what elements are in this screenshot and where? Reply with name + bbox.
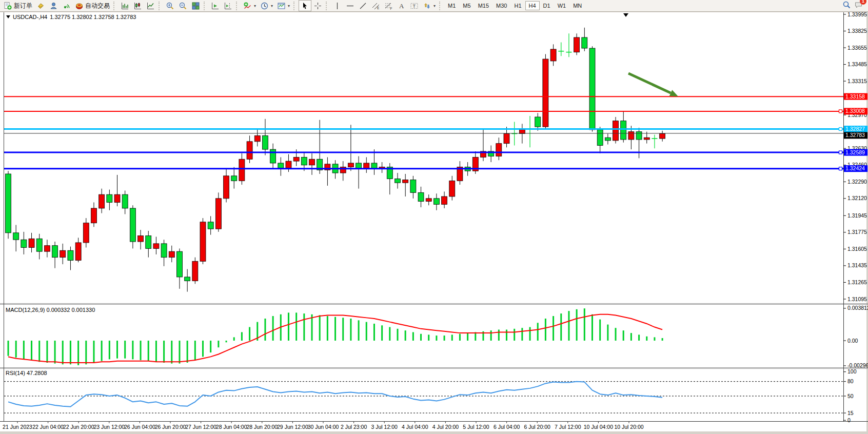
autoscroll-button[interactable]: [209, 0, 222, 11]
svg-text:21 Jun 2023: 21 Jun 2023: [3, 424, 32, 430]
vertical-line-button[interactable]: [331, 0, 344, 11]
svg-text:4 Jul 20:00: 4 Jul 20:00: [432, 424, 459, 430]
timeframe-h4-button[interactable]: H4: [525, 1, 540, 10]
symbol-dropdown-icon[interactable]: [6, 15, 10, 18]
svg-text:E: E: [377, 6, 380, 10]
svg-text:1.31095: 1.31095: [847, 296, 867, 302]
svg-text:1.33995: 1.33995: [847, 11, 867, 17]
chart-shift-icon: [224, 2, 232, 10]
zoom-out-button[interactable]: [176, 0, 189, 11]
svg-text:1.32290: 1.32290: [847, 179, 867, 185]
svg-text:2 Jul 23:00: 2 Jul 23:00: [341, 424, 367, 430]
arrows-button[interactable]: ▾: [421, 0, 438, 11]
toolbar-separator: [113, 2, 116, 10]
notification-badge: 1: [860, 0, 866, 5]
text-label-icon: T: [410, 2, 419, 10]
timeframe-w1-button[interactable]: W1: [554, 1, 570, 10]
timeframe-mn-button[interactable]: MN: [569, 1, 585, 10]
horizontal-line-icon: [346, 2, 354, 10]
autoscroll-icon: [211, 2, 220, 10]
cursor-button[interactable]: [299, 0, 311, 11]
zoom-in-button[interactable]: [164, 0, 176, 11]
crosshair-button[interactable]: [311, 0, 324, 11]
svg-text:0.00: 0.00: [847, 338, 858, 344]
bar-chart-button[interactable]: [119, 0, 131, 11]
toolbar: 新订单自动交易▾▾▾EFAT▾M1M5M15M30H1H4D1W1MN1: [0, 0, 868, 12]
autotrade-button[interactable]: 自动交易: [73, 0, 112, 11]
svg-text:6 Jul 20:00: 6 Jul 20:00: [524, 424, 551, 430]
svg-text:100: 100: [847, 368, 857, 374]
svg-text:1.33825: 1.33825: [847, 28, 867, 34]
chevron-down-icon[interactable]: ▾: [271, 4, 273, 8]
toolbar-separator: [439, 2, 442, 10]
svg-text:F: F: [390, 6, 392, 10]
chart-title-symbol: USDCAD-,H4: [13, 14, 47, 20]
tile-windows-button[interactable]: [189, 0, 202, 11]
text-icon: A: [397, 2, 406, 10]
toolbar-separator: [159, 2, 162, 10]
candle-chart-button[interactable]: [131, 0, 144, 11]
new-order-button-label: 新订单: [14, 2, 32, 10]
timeframe-m15-button[interactable]: M15: [475, 1, 492, 10]
text-button[interactable]: A: [395, 0, 408, 11]
trendline-icon: [359, 2, 367, 10]
svg-text:1.32589: 1.32589: [845, 149, 865, 155]
signal-icon: [62, 2, 71, 10]
timeframe-m30-button[interactable]: M30: [492, 1, 510, 10]
periods-icon: [260, 2, 269, 10]
templates-button[interactable]: ▾: [275, 0, 292, 11]
svg-text:1.31435: 1.31435: [847, 262, 867, 268]
search-icon[interactable]: [842, 1, 851, 11]
svg-text:1.33008: 1.33008: [845, 108, 865, 114]
svg-text:4 Jul 04:00: 4 Jul 04:00: [402, 424, 428, 430]
styles-button[interactable]: [34, 0, 47, 11]
indicators-button[interactable]: ▾: [241, 0, 258, 11]
chevron-down-icon[interactable]: ▾: [288, 4, 290, 8]
templates-icon: [277, 2, 286, 10]
fibonacci-button[interactable]: F: [382, 0, 395, 11]
svg-text:22 Jun 04:00: 22 Jun 04:00: [32, 424, 64, 430]
zoom-in-icon: [166, 2, 174, 10]
chevron-down-icon[interactable]: ▾: [254, 4, 256, 8]
svg-text:27 Jun 12:00: 27 Jun 12:00: [185, 424, 216, 430]
timeframe-d1-button[interactable]: D1: [540, 1, 554, 10]
svg-text:1.32783: 1.32783: [845, 132, 865, 138]
svg-text:10 Jul 04:00: 10 Jul 04:00: [584, 424, 613, 430]
chart-title-quotes: 1.32775 1.32802 1.32758 1.32783: [50, 14, 136, 20]
mt4-window: 新订单自动交易▾▾▾EFAT▾M1M5M15M30H1H4D1W1MN1 1.3…: [0, 0, 868, 434]
timeframe-h1-button[interactable]: H1: [510, 1, 525, 10]
zoom-out-icon: [179, 2, 187, 10]
chat-button[interactable]: 1: [854, 1, 863, 11]
periods-button[interactable]: ▾: [258, 0, 275, 11]
svg-text:26 Jun 04:00: 26 Jun 04:00: [124, 424, 155, 430]
chart-title: USDCAD-,H4 1.32775 1.32802 1.32758 1.327…: [6, 14, 136, 20]
toolbar-separator: [204, 2, 207, 10]
timeframe-m5-button[interactable]: M5: [459, 1, 474, 10]
svg-text:1.32120: 1.32120: [847, 195, 867, 201]
svg-text:3 Jul 12:00: 3 Jul 12:00: [371, 424, 398, 430]
svg-text:0.003812: 0.003812: [847, 305, 868, 311]
svg-text:23 Jun 12:00: 23 Jun 12:00: [93, 424, 125, 430]
chevron-down-icon[interactable]: ▾: [433, 4, 436, 8]
arrows-icon: [423, 2, 431, 10]
styles-icon: [36, 2, 45, 10]
svg-text:1.32827: 1.32827: [845, 126, 865, 132]
indicators-icon: [243, 2, 252, 10]
trendline-button[interactable]: [357, 0, 369, 11]
equidistant-channel-button[interactable]: E: [369, 0, 382, 11]
horizontal-line-button[interactable]: [344, 0, 357, 11]
line-chart-button[interactable]: [144, 0, 157, 11]
svg-text:-0.002961: -0.002961: [847, 362, 868, 368]
new-order-button[interactable]: 新订单: [2, 0, 34, 11]
macd-indicator-label: MACD(12,26,9) 0.000332 0.001330: [6, 307, 95, 313]
svg-text:1.31605: 1.31605: [847, 246, 867, 252]
text-label-button[interactable]: T: [408, 0, 421, 11]
toolbar-separator: [236, 2, 239, 10]
signals-button[interactable]: [60, 0, 73, 11]
timeframe-m1-button[interactable]: M1: [444, 1, 459, 10]
profile-button[interactable]: [47, 0, 60, 11]
svg-text:T: T: [413, 3, 416, 8]
chart-shift-button[interactable]: [222, 0, 234, 11]
chart-canvas[interactable]: 1.339951.338251.336551.334851.333151.331…: [0, 0, 868, 434]
vertical-line-icon: [333, 2, 342, 10]
